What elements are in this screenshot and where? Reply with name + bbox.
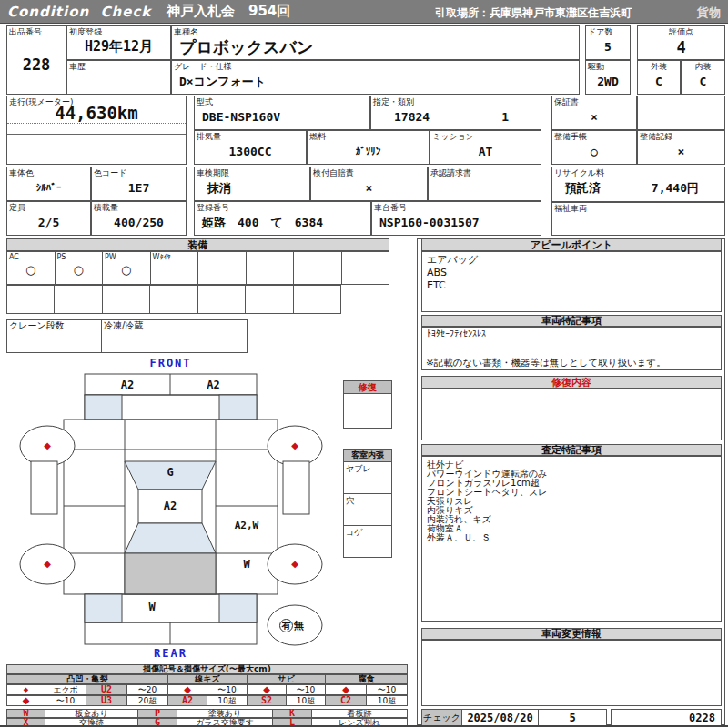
damage-mark-front-bumper-left: A2: [85, 379, 170, 390]
legend-code-u2: U2: [86, 684, 127, 695]
legend-code-row-1: W 板金あり P 塗装あり K 看板跡: [6, 709, 408, 718]
damage-mark-right-quarter: W: [216, 559, 278, 570]
wheel-mark-rear-right: ◆: [286, 560, 304, 569]
recycle-fee-cell: リサイクル料 預託済 7,440円: [551, 167, 725, 202]
special-notes-section-body: ﾄﾖﾀｾｰﾌﾃｨｾﾝｽﾚｽ ※記載のない書類・機器等は無しとして取り扱います。: [421, 327, 722, 370]
legend-size-a2: 10超: [207, 695, 248, 706]
spare-tire-indicator: 有 無: [279, 619, 304, 632]
legend-diamond-icon: ◆: [326, 684, 367, 695]
check-label: チェック: [422, 710, 462, 725]
legend-size-c2: 10超: [367, 695, 408, 706]
equipment-cell-empty: [342, 252, 389, 284]
equipment-ac-mark: ○: [7, 263, 55, 277]
freezer-cell: 冷凍/冷蔵: [101, 319, 248, 353]
mileage-cell: 走行(現メーター) 44,630km: [6, 96, 187, 165]
registration-number-cell: 登録番号 姫路 400 て 6384: [194, 201, 371, 236]
check-date: 2025/08/20: [462, 710, 539, 725]
insurance-cell: 検付自賠責 ×: [310, 167, 428, 201]
wheel-mark-rear-left: ◆: [38, 560, 56, 569]
crane-label: クレーン段数: [9, 321, 65, 330]
page-bottom-rule: [0, 725, 728, 727]
rear-glass-shape: [125, 523, 216, 553]
interior-grade-value: C: [682, 69, 724, 94]
appeal-section-title: アピールポイント: [421, 238, 722, 251]
equipment-cell-pw: PW ○: [103, 252, 151, 284]
legend-code-u3: U3: [86, 695, 127, 706]
rear-label: REAR: [85, 648, 257, 659]
legend-group-header-row: 凸凹・亀裂 線キズ サビ 腐食: [6, 674, 408, 684]
cabin-row-burn: コゲ: [344, 526, 391, 558]
brand-logo: Condition Check: [7, 4, 151, 20]
equipment-cell-empty: [55, 286, 102, 313]
legend-size-u2: 〜20: [127, 684, 168, 695]
pickup-location: 引取場所：兵庫県神戸市東灘区住吉浜町: [435, 5, 632, 21]
damage-mark-roof: A2: [138, 500, 202, 511]
displacement-cell: 排気量 1300CC: [194, 130, 307, 165]
equipment-cell-empty: [198, 286, 246, 313]
auction-condition-sheet: Condition Check 神戸入札会 954回 引取場所：兵庫県神戸市東灘…: [0, 0, 728, 728]
load-capacity-value: 400/250: [92, 210, 186, 235]
lot-number-value: 228: [7, 35, 66, 94]
model-code-value: DBE-NSP160V: [195, 105, 369, 129]
class-number-value2: 1: [501, 110, 509, 124]
spare-present-circled: 有: [279, 619, 293, 632]
capacity-cell: 定員 2/5: [6, 201, 91, 236]
legend-group-dent: 凸凹・亀裂: [6, 674, 168, 684]
approval-request-value: [429, 176, 541, 200]
fuel-value: ｶﾞｿﾘﾝ: [308, 139, 429, 164]
color-code-cell: 色コード 1E7: [91, 167, 187, 201]
assessment-section-title: 査定特記事項: [421, 444, 722, 456]
doors-cell: ドア数 5: [585, 25, 631, 60]
load-capacity-cell: 積載量 400/250: [91, 201, 187, 236]
warranty-neighbor-empty-cell: [637, 96, 725, 130]
damage-mark-front-bumper-right: A2: [170, 379, 257, 390]
left-step-shape: [31, 461, 57, 514]
equipment-section-title: 装備: [6, 238, 389, 251]
equipment-row-1: AC ○ PS ○ PW ○ Wﾀｲﾔ: [6, 251, 389, 285]
equipment-row-2: [6, 285, 341, 314]
repair-mini-box: 修復: [343, 380, 392, 429]
class-number-value1: 17824: [394, 110, 430, 124]
equipment-cell-ac: AC ○: [7, 252, 56, 284]
legend-size-rust: 〜10: [287, 684, 326, 695]
inspection-cell: 車検期限 抹消: [194, 167, 310, 201]
maintenance-record-value: ×: [638, 139, 724, 164]
insurance-value: ×: [311, 176, 427, 200]
appeal-line: エアバッグ: [427, 254, 716, 267]
cabin-lining-box: 客室内張 ヤブレ 穴 コゲ: [343, 449, 392, 558]
cabin-row-hole: 穴: [344, 494, 391, 526]
mileage-value-wrap: 44,630km: [7, 96, 186, 124]
drive-cell: 駆動 2WD: [585, 60, 631, 95]
approval-request-cell: 承認請求書: [428, 167, 541, 201]
assessment-line: 内装汚れ、キズ: [427, 515, 716, 524]
model-name-value: プロボックスバン: [172, 35, 579, 59]
title-bar: Condition Check 神戸入札会 954回 引取場所：兵庫県神戸市東灘…: [0, 0, 728, 24]
transmission-value: AT: [430, 139, 541, 164]
first-registration-value: H29年12月: [67, 35, 170, 59]
legend-size-corrosion: 〜10: [367, 684, 408, 695]
history-value: [67, 69, 170, 94]
warranty-cell: 保証書 ×: [551, 96, 637, 130]
registration-number-value: 姫路 400 て 6384: [195, 210, 370, 235]
legend-group-rust: サビ: [248, 674, 326, 684]
cargo-badge: 貨物: [697, 5, 721, 21]
legend-dent-size: 〜10: [46, 695, 86, 706]
legend-code-c2: C2: [326, 695, 367, 706]
legend-size-u3: 20超: [127, 695, 168, 706]
body-color-cell: 車体色 ｼﾙﾊﾞｰ: [6, 167, 91, 201]
legend-title: 損傷記号＆損傷サイズ(〜最大cm): [6, 664, 408, 674]
damage-mark-back-panel: W: [125, 602, 179, 612]
legend-size-s2: 10超: [287, 695, 326, 706]
interior-grade-cell: 内装 C: [681, 60, 725, 95]
legend-diamond-small-icon: ◆: [6, 684, 46, 695]
welfare-vehicle-value: [552, 211, 724, 235]
special-notes-section-title: 車両特記事項: [421, 315, 722, 327]
score-value: 4: [638, 35, 724, 59]
rear-gate-shape: [125, 553, 216, 594]
grade-cell: グレード・仕様 D×コンフォート: [171, 60, 580, 95]
drive-value: 2WD: [586, 69, 630, 94]
chassis-number-cell: 車台番号 NSP160-0031507: [371, 201, 541, 236]
recycle-fee-amount: 7,440円: [652, 180, 699, 197]
legend-size-row-1: ◆ エクボ U2 〜20 ◆ 〜10 ◆ 〜10 ◆ 〜10: [6, 684, 408, 695]
transmission-cell: ミッション AT: [430, 130, 541, 165]
